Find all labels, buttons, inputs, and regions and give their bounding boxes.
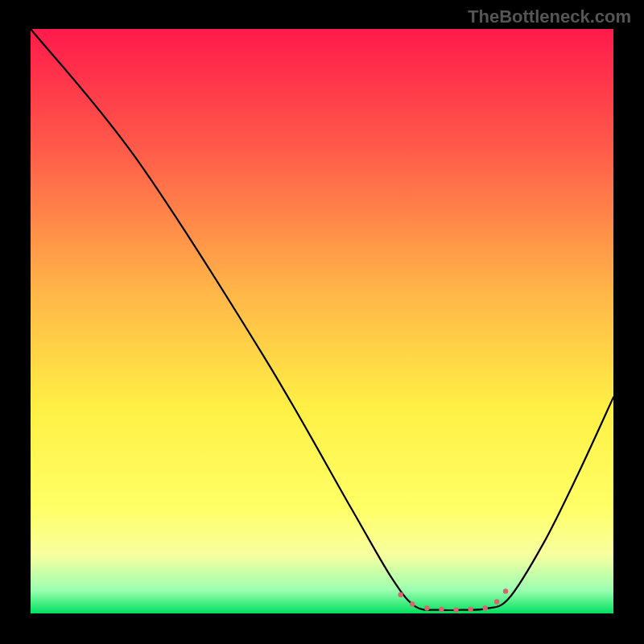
optimal-marker xyxy=(453,607,458,612)
plot-background xyxy=(31,29,613,613)
optimal-marker xyxy=(439,607,444,612)
chart-container: TheBottleneck.com xyxy=(0,0,644,644)
optimal-marker xyxy=(468,607,473,612)
optimal-marker xyxy=(483,605,488,610)
optimal-marker xyxy=(494,599,499,604)
optimal-marker xyxy=(503,588,508,593)
optimal-marker xyxy=(410,601,415,606)
optimal-marker xyxy=(424,605,429,610)
optimal-marker xyxy=(398,592,403,597)
bottleneck-chart-svg xyxy=(0,0,644,644)
